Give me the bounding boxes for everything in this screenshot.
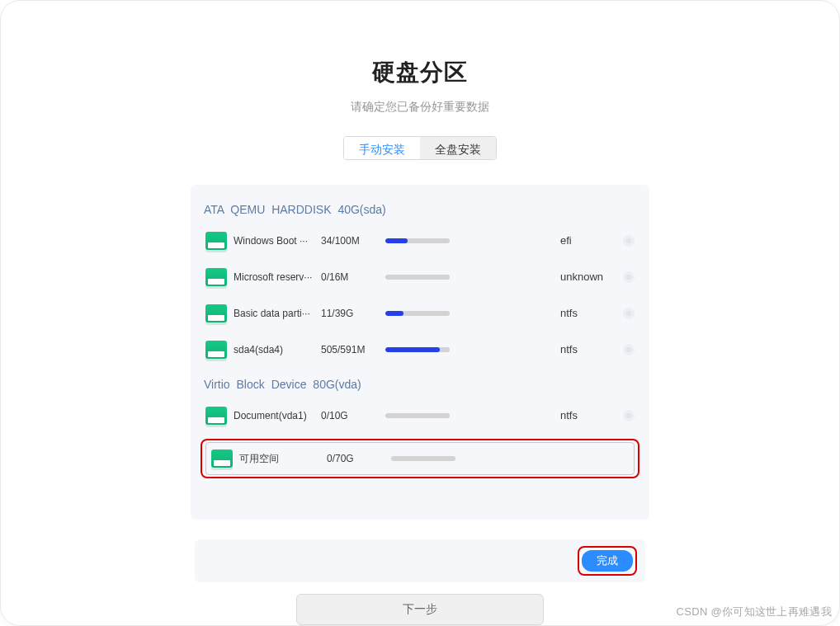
done-button[interactable]: 完成 xyxy=(582,550,633,572)
partition-size: 505/591M xyxy=(321,344,379,355)
usage-bar xyxy=(385,347,450,352)
fs-type: ntfs xyxy=(560,343,618,355)
usage-bar xyxy=(385,238,450,243)
disk-group-title: ATA QEMU HARDDISK 40G(sda) xyxy=(204,203,636,216)
selected-free-space-highlight: 可用空间 0/70G xyxy=(201,439,639,478)
usage-bar xyxy=(385,413,450,418)
watermark-text: CSDN @你可知这世上再难遇我 xyxy=(677,605,832,619)
partition-row[interactable]: sda4(sda4) 505/591M ntfs xyxy=(204,332,636,368)
partition-row[interactable]: Document(vda1) 0/10G ntfs xyxy=(204,398,636,434)
fs-type: ntfs xyxy=(560,307,618,319)
fs-type: ntfs xyxy=(560,409,618,421)
partition-size: 0/70G xyxy=(327,453,385,464)
partition-row[interactable]: Microsoft reserv··· 0/16M unknown xyxy=(204,259,636,295)
partition-name: Microsoft reserv··· xyxy=(234,271,321,283)
fs-type: efi xyxy=(560,234,618,247)
disk-icon xyxy=(205,232,227,250)
partition-name: Windows Boot ··· xyxy=(234,235,321,247)
page-subtitle: 请确定您已备份好重要数据 xyxy=(351,100,489,115)
partition-row-free[interactable]: 可用空间 0/70G xyxy=(205,442,635,475)
done-highlight: 完成 xyxy=(578,546,637,576)
partition-name: Basic data parti··· xyxy=(234,308,321,319)
tab-manual-install[interactable]: 手动安装 xyxy=(344,137,420,159)
edit-icon[interactable] xyxy=(623,235,635,247)
disk-group-title: Virtio Block Device 80G(vda) xyxy=(204,378,636,391)
disk-icon xyxy=(211,449,233,468)
usage-bar xyxy=(391,456,455,461)
partition-row[interactable]: Windows Boot ··· 34/100M efi xyxy=(204,223,636,259)
partition-name: 可用空间 xyxy=(239,452,327,466)
usage-bar xyxy=(385,311,450,316)
installer-window: 硬盘分区 请确定您已备份好重要数据 手动安装 全盘安装 ATA QEMU HAR… xyxy=(0,0,840,626)
partition-size: 11/39G xyxy=(321,308,379,319)
partition-row[interactable]: Basic data parti··· 11/39G ntfs xyxy=(204,295,636,332)
action-bar: 完成 xyxy=(195,539,645,582)
edit-icon[interactable] xyxy=(623,271,635,283)
partition-size: 0/10G xyxy=(321,410,379,421)
disk-icon xyxy=(205,304,227,322)
disk-icon xyxy=(205,341,227,359)
disk-icon xyxy=(205,407,227,425)
page-title: 硬盘分区 xyxy=(372,57,468,88)
partition-size: 34/100M xyxy=(321,235,379,247)
tab-full-install[interactable]: 全盘安装 xyxy=(420,137,496,159)
partition-name: sda4(sda4) xyxy=(234,344,321,355)
edit-icon[interactable] xyxy=(623,410,635,421)
edit-icon[interactable] xyxy=(623,344,635,355)
partition-name: Document(vda1) xyxy=(234,410,321,421)
install-mode-tabs: 手动安装 全盘安装 xyxy=(343,136,497,160)
partition-panel: ATA QEMU HARDDISK 40G(sda) Windows Boot … xyxy=(191,185,649,520)
next-button[interactable]: 下一步 xyxy=(296,594,544,625)
fs-type: unknown xyxy=(560,271,618,283)
usage-bar xyxy=(385,275,450,280)
disk-icon xyxy=(205,268,227,286)
edit-icon[interactable] xyxy=(623,308,635,319)
partition-size: 0/16M xyxy=(321,271,379,283)
